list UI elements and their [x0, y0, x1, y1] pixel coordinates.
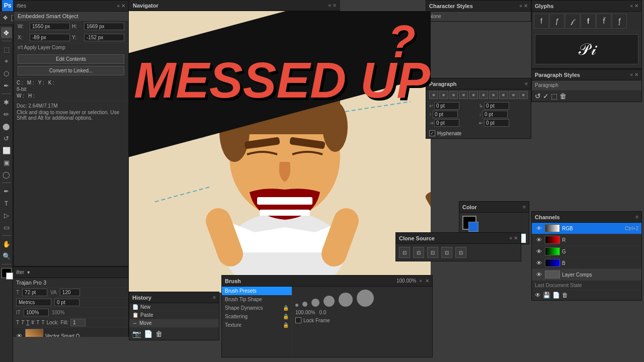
convert-linked-button[interactable]: Convert to Linked... [18, 66, 124, 75]
paragraph-header: Paragraph ≡ [426, 78, 531, 89]
justify-left-btn[interactable]: ≡ [459, 91, 468, 99]
glyphs-close-icon[interactable]: ✕ [634, 3, 638, 9]
path-tool[interactable]: ▷ [1, 210, 12, 221]
svg-rect-16 [257, 197, 312, 205]
clone-source-2[interactable]: ⊡ [413, 247, 424, 258]
edit-contents-button[interactable]: Edit Contents [18, 54, 124, 64]
glyph-f-cedilla[interactable]: f̧ [612, 14, 627, 29]
char-styles-close[interactable]: ✕ [524, 3, 528, 9]
delete-style-icon[interactable]: 🗑 [559, 92, 567, 100]
channel-save-icon[interactable]: 💾 [543, 292, 550, 299]
glyph-f-italic[interactable]: ƒ [549, 14, 565, 29]
brush-close-icon[interactable]: ✕ [425, 278, 429, 284]
channel-rgb-row[interactable]: 👁 RGB Ctrl+2 [532, 223, 641, 234]
color-panel-menu[interactable]: ≡ [523, 204, 526, 210]
clone-source-5[interactable]: ⊡ [455, 247, 466, 258]
justify-center-btn[interactable]: ≡ [469, 91, 478, 99]
channel-b-row[interactable]: 👁 B [532, 257, 641, 269]
history-new-doc-icon[interactable]: 📄 [144, 330, 152, 338]
layer-eye-icon[interactable]: 👁 [15, 332, 23, 337]
glyph-f-script[interactable]: 𝒻 [565, 14, 580, 29]
para-styles-close[interactable]: ✕ [634, 72, 638, 77]
type-tool[interactable]: T [1, 198, 12, 209]
strikethrough-icon[interactable]: T̶ [31, 320, 34, 325]
history-item-paste[interactable]: 📋 Paste [129, 311, 219, 319]
panel-collapse-icon[interactable]: « [117, 3, 120, 9]
glyph-f-bold[interactable]: f [581, 14, 596, 29]
brush-collapse-icon[interactable]: « [419, 278, 422, 284]
move-tool[interactable]: ✥ [1, 27, 12, 38]
channel-new-icon[interactable]: 📄 [552, 292, 560, 299]
eyedropper-tool[interactable]: ✒ [1, 80, 12, 91]
glyphs-collapse-icon[interactable]: « [630, 3, 633, 9]
bold-icon[interactable]: T [16, 320, 19, 325]
lasso-tool[interactable]: ⌖ [1, 56, 12, 67]
foreground-color[interactable] [2, 268, 12, 278]
para-styles-collapse[interactable]: « [630, 72, 633, 77]
history-brush-tool[interactable]: ↺ [1, 133, 12, 144]
brush-presets-option[interactable]: Brush Presets [222, 287, 292, 295]
char-styles-collapse[interactable]: « [519, 3, 522, 9]
channel-r-row[interactable]: 👁 R [532, 234, 641, 246]
pen-tool[interactable]: ✒ [1, 186, 12, 197]
new-style-icon[interactable]: ⬚ [551, 92, 557, 100]
hyphenate-checkbox[interactable]: ✓ [429, 130, 435, 136]
history-delete-icon[interactable]: 🗑 [155, 330, 163, 338]
channel-visibility-icon[interactable]: 👁 [535, 292, 541, 299]
clone-close-icon[interactable]: ✕ [514, 235, 518, 241]
align-right-btn[interactable]: ≡ [449, 91, 458, 99]
align-center-btn[interactable]: ≡ [439, 91, 448, 99]
history-snapshot-icon[interactable]: 📷 [132, 330, 141, 338]
healing-tool[interactable]: ✱ [1, 97, 12, 108]
channel-g-row[interactable]: 👁 G [532, 246, 641, 257]
panel-close-icon[interactable]: ✕ [121, 3, 125, 9]
foreground-swatch[interactable] [462, 216, 476, 230]
scattering-option[interactable]: Scattering 🔒 [222, 312, 292, 321]
brush-tip-shape-option[interactable]: Brush Tip Shape [222, 295, 292, 304]
lock-frame-label: Lock Frame [303, 318, 330, 323]
crop-tool[interactable]: ⬡ [1, 68, 12, 79]
glyph-f-decorated[interactable]: f̈ [596, 14, 611, 29]
select-tool[interactable]: ⬚ [1, 44, 12, 55]
italic-icon[interactable]: T [21, 320, 24, 325]
clone-tool[interactable]: ⬤ [1, 121, 12, 132]
shape-dynamics-option[interactable]: Shape Dynamics 🔒 [222, 304, 292, 312]
clone-source-1[interactable]: ⊡ [399, 247, 410, 258]
zoom-tool[interactable]: 🔍 [1, 250, 12, 261]
justify-all-btn[interactable]: ≡ [489, 91, 498, 99]
clone-source-4[interactable]: ⊡ [441, 247, 452, 258]
hand-tool[interactable]: ✋ [1, 238, 12, 249]
superscript-icon[interactable]: T [36, 320, 39, 325]
justify-right-btn[interactable]: ≡ [479, 91, 488, 99]
history-item-move[interactable]: ↔ Move [129, 319, 219, 327]
clone-source-3[interactable]: ⊡ [427, 247, 438, 258]
texture-option[interactable]: Texture 🔒 [222, 321, 292, 329]
clone-collapse-icon[interactable]: « [509, 235, 512, 241]
shape-tool[interactable]: ▭ [1, 222, 12, 233]
layer-comps-row[interactable]: 👁 Layer Comps [532, 269, 641, 281]
check-icon[interactable]: ✓ [543, 92, 549, 100]
gradient-tool[interactable]: ▣ [1, 157, 12, 168]
background-color[interactable] [6, 273, 13, 280]
channels-menu-icon[interactable]: ≡ [635, 214, 638, 220]
last-line-right-btn[interactable]: ≡ [519, 91, 528, 99]
dodge-tool[interactable]: ◯ [1, 169, 12, 180]
paragraph-menu[interactable]: ≡ [525, 81, 528, 86]
history-menu-icon[interactable]: ≡ [213, 295, 216, 300]
background-swatch[interactable] [468, 222, 478, 232]
metrics-dropdown[interactable]: Metrics [16, 299, 51, 306]
undo-icon[interactable]: ↺ [535, 92, 541, 100]
channel-delete-icon[interactable]: 🗑 [562, 292, 568, 299]
history-item-new[interactable]: 📄 New [129, 303, 219, 311]
eraser-tool[interactable]: ⬜ [1, 145, 12, 156]
navigator-collapse[interactable]: « [329, 3, 332, 8]
navigator-menu[interactable]: ≡ [333, 3, 336, 8]
underline-icon[interactable]: T [26, 320, 29, 325]
subscript-icon[interactable]: T [41, 320, 44, 325]
last-line-center-btn[interactable]: ≡ [509, 91, 518, 99]
glyph-f[interactable]: f [534, 14, 549, 29]
channel-r-eye: 👁 [535, 236, 543, 244]
brush-tool[interactable]: ✏ [1, 109, 12, 120]
last-line-left-btn[interactable]: ≡ [499, 91, 508, 99]
lock-frame-checkbox[interactable] [295, 317, 301, 323]
